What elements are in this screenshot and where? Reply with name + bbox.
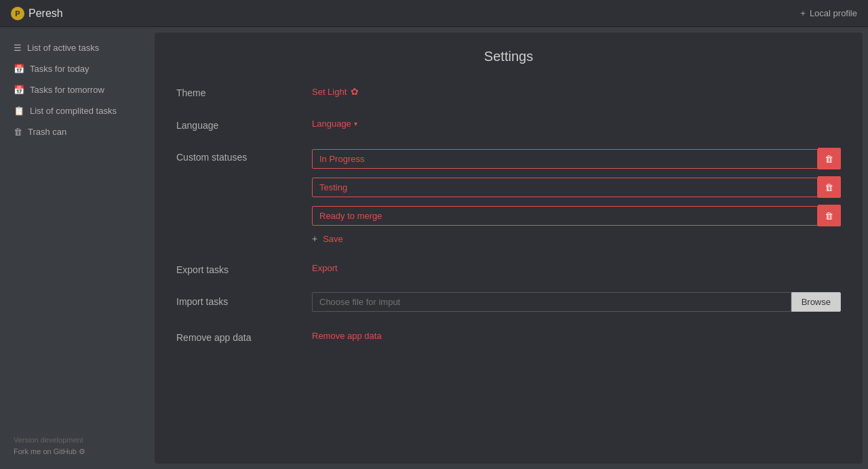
trash-icon: 🗑 [14,127,22,137]
delete-status-1-button[interactable]: 🗑 [818,148,841,169]
set-light-label: Set Light [312,87,347,97]
page-title: Settings [176,49,841,64]
custom-statuses-label: Custom statuses [176,148,312,163]
profile-label: Local profile [810,8,857,18]
chevron-down-icon: ▾ [354,120,357,127]
language-content: Language ▾ [312,116,841,131]
import-label: Import tasks [176,292,312,307]
logo-icon: P [11,7,24,20]
sidebar-item-label: Tasks for tomorrow [30,85,104,95]
delete-status-2-button[interactable]: 🗑 [818,176,841,198]
theme-content: Set Light ✿ [312,83,841,100]
list-icon: ☰ [14,43,22,53]
layout: ☰ List of active tasks 📅 Tasks for today… [0,27,868,469]
delete-status-3-button[interactable]: 🗑 [818,205,841,226]
github-icon: ⚙ [79,447,85,455]
plus-icon: + [312,233,317,244]
sun-icon: ✿ [351,86,359,97]
sidebar-item-label: Trash can [28,127,66,137]
language-row: Language Language ▾ [176,116,841,131]
save-button[interactable]: Save [323,234,343,244]
sidebar-item-label: List of complited tasks [30,106,117,116]
plus-icon: + [800,8,806,18]
sidebar-item-label: List of active tasks [27,43,99,53]
custom-statuses-row: Custom statuses 🗑 🗑 [176,148,841,244]
export-tasks-row: Export tasks Export [176,260,841,276]
main-content: Settings Theme Set Light ✿ Language Lang… [155,33,863,464]
theme-row: Theme Set Light ✿ [176,83,841,100]
language-label: Language [176,116,312,131]
sidebar-item-list-active[interactable]: ☰ List of active tasks [0,38,149,58]
topbar: P Peresh + Local profile [0,0,868,27]
export-button[interactable]: Export [312,260,338,276]
app-logo: P Peresh [11,7,63,20]
remove-label: Remove app data [176,328,312,343]
import-content: Browse [312,292,841,312]
status-input-3[interactable] [312,206,818,226]
status-input-row-1: 🗑 [312,148,841,169]
calendar-icon: 📅 [14,64,24,74]
remove-app-data-button[interactable]: Remove app data [312,328,382,344]
trash-icon: 🗑 [825,154,833,164]
set-light-button[interactable]: Set Light ✿ [312,83,359,100]
add-save-row: + Save [312,233,841,244]
sidebar-footer: Version development Fork me on GitHub ⚙ [0,424,149,458]
language-text: Language [312,119,351,129]
trash-icon: 🗑 [825,211,833,221]
version-label: Version development [14,434,136,447]
sidebar: ☰ List of active tasks 📅 Tasks for today… [0,27,149,469]
status-input-row-2: 🗑 [312,176,841,198]
profile-button[interactable]: + Local profile [800,8,857,18]
clipboard-icon: 📋 [14,106,24,116]
trash-icon: 🗑 [825,182,833,192]
file-input[interactable] [312,292,791,312]
sidebar-item-trash[interactable]: 🗑 Trash can [0,122,149,142]
sidebar-item-completed[interactable]: 📋 List of complited tasks [0,101,149,121]
import-row: Browse [312,292,841,312]
sidebar-item-tomorrow[interactable]: 📅 Tasks for tomorrow [0,80,149,100]
browse-button[interactable]: Browse [791,292,841,312]
custom-statuses-content: 🗑 🗑 🗑 [312,148,841,244]
remove-app-data-row: Remove app data Remove app data [176,328,841,344]
fork-label: Fork me on GitHub ⚙ [14,446,136,458]
status-input-2[interactable] [312,178,818,197]
status-input-1[interactable] [312,149,818,169]
status-input-row-3: 🗑 [312,205,841,226]
sidebar-item-label: Tasks for today [30,64,89,74]
remove-content: Remove app data [312,328,841,344]
theme-label: Theme [176,83,312,98]
export-label: Export tasks [176,260,312,275]
calendar-icon: 📅 [14,85,24,95]
export-content: Export [312,260,841,276]
sidebar-item-today[interactable]: 📅 Tasks for today [0,59,149,79]
fork-link[interactable]: Fork me on GitHub ⚙ [14,447,85,455]
app-name: Peresh [28,7,63,20]
language-button[interactable]: Language ▾ [312,116,357,131]
import-tasks-row: Import tasks Browse [176,292,841,312]
